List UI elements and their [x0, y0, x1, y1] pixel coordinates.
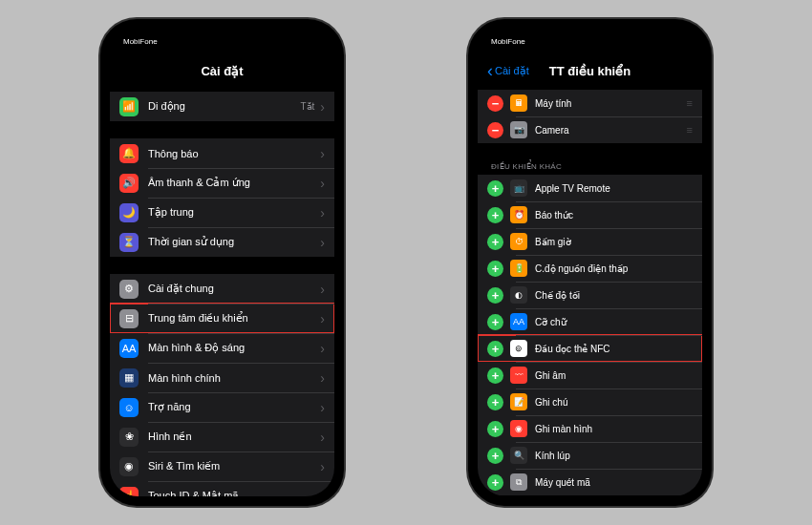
phone-right: MobiFone Cài đặt TT điều khiển −🖩Máy tín… — [468, 19, 712, 506]
row-screen-record-icon: ◉ — [510, 420, 527, 437]
row-code-scanner[interactable]: +⧉Máy quét mã — [478, 469, 702, 495]
row-mobile-label: Di động — [148, 100, 300, 113]
row-alarm-icon: ⏰ — [510, 206, 527, 223]
row-notifications[interactable]: 🔔Thông báo› — [110, 138, 334, 168]
row-siri-icon: ◉ — [119, 457, 139, 476]
row-notes-label: Ghi chú — [535, 397, 693, 408]
add-button[interactable]: + — [487, 180, 503, 197]
add-button[interactable]: + — [487, 287, 503, 304]
row-voice-memo[interactable]: +〰Ghi âm — [478, 362, 702, 388]
row-home-icon: ▦ — [119, 368, 139, 388]
row-camera[interactable]: −📷Camera≡ — [478, 116, 702, 143]
add-button[interactable]: + — [487, 474, 503, 491]
row-accessibility[interactable]: ☺Trợ năng› — [110, 392, 334, 422]
chevron-icon: › — [320, 235, 325, 250]
row-screentime-label: Thời gian sử dụng — [148, 236, 320, 248]
row-nfc-label: Đầu đọc thẻ NFC — [535, 344, 693, 354]
row-display-icon: AA — [119, 339, 139, 358]
row-general[interactable]: ⚙Cài đặt chung› — [110, 274, 334, 304]
row-stopwatch[interactable]: +⏱Bấm giờ — [478, 228, 702, 255]
control-center-list[interactable]: −🖩Máy tính≡−📷Camera≡ĐIỀU KHIỂN KHÁC+📺App… — [478, 88, 702, 496]
row-notes-icon: 📝 — [510, 393, 527, 410]
add-button[interactable]: + — [487, 314, 503, 330]
back-button[interactable]: Cài đặt — [487, 61, 529, 81]
carrier-label: MobiFone — [491, 37, 525, 46]
row-siri[interactable]: ◉Siri & Tìm kiếm› — [110, 452, 334, 481]
add-button[interactable]: + — [487, 421, 503, 437]
chevron-icon: › — [320, 430, 325, 445]
row-apple-tv[interactable]: +📺Apple TV Remote — [478, 175, 702, 201]
chevron-icon: › — [320, 99, 325, 115]
row-code-scanner-icon: ⧉ — [510, 473, 527, 491]
row-magnifier-label: Kính lúp — [535, 451, 693, 461]
row-calculator-label: Máy tính — [535, 98, 687, 109]
row-general-icon: ⚙ — [119, 280, 139, 299]
chevron-icon: › — [320, 459, 325, 474]
add-button[interactable]: + — [487, 448, 503, 464]
row-apple-tv-label: Apple TV Remote — [535, 183, 693, 194]
row-screen-record[interactable]: +◉Ghi màn hình — [478, 415, 702, 442]
row-dark-mode[interactable]: +◐Chế độ tối — [478, 282, 702, 308]
row-mobile-status: Tắt — [300, 101, 314, 112]
row-general-label: Cài đặt chung — [148, 283, 320, 295]
section-header-more: ĐIỀU KHIỂN KHÁC — [478, 158, 702, 175]
notch — [170, 19, 275, 40]
row-focus-icon: 🌙 — [119, 203, 139, 222]
row-magnifier[interactable]: +🔍Kính lúp — [478, 442, 702, 469]
row-wallpaper[interactable]: ❀Hình nền› — [110, 422, 334, 452]
row-alarm[interactable]: +⏰Báo thức — [478, 201, 702, 228]
remove-button[interactable]: − — [487, 95, 503, 112]
add-button[interactable]: + — [487, 341, 503, 357]
add-button[interactable]: + — [487, 368, 503, 384]
drag-handle-icon[interactable]: ≡ — [687, 97, 693, 109]
row-screentime-icon: ⏳ — [119, 233, 139, 252]
row-stopwatch-icon: ⏱ — [510, 233, 527, 250]
add-button[interactable]: + — [487, 261, 503, 277]
row-home[interactable]: ▦Màn hình chính› — [110, 363, 334, 392]
notch — [538, 19, 643, 40]
row-stopwatch-label: Bấm giờ — [535, 237, 693, 247]
row-notifications-icon: 🔔 — [119, 144, 139, 163]
row-text-size-icon: AA — [510, 313, 527, 330]
row-alarm-label: Báo thức — [535, 210, 693, 220]
row-text-size-label: Cỡ chữ — [535, 317, 693, 327]
drag-handle-icon[interactable]: ≡ — [687, 124, 693, 136]
row-screen-record-label: Ghi màn hình — [535, 424, 693, 434]
add-button[interactable]: + — [487, 207, 503, 223]
row-magnifier-icon: 🔍 — [510, 447, 527, 464]
row-control-center[interactable]: ⊟Trung tâm điều khiển› — [110, 304, 334, 333]
chevron-icon: › — [320, 146, 325, 161]
row-nfc-icon: ⊚ — [510, 340, 527, 357]
nav-bar: Cài đặt — [110, 53, 334, 88]
add-button[interactable]: + — [487, 234, 503, 250]
row-notes[interactable]: +📝Ghi chú — [478, 388, 702, 415]
settings-list[interactable]: 📶Di độngTắt›🔔Thông báo›🔊Âm thanh & Cảm ứ… — [110, 88, 334, 496]
row-voice-memo-label: Ghi âm — [535, 370, 693, 381]
page-title: TT điều khiển — [549, 64, 630, 78]
chevron-icon: › — [320, 176, 325, 191]
screen-control-center: MobiFone Cài đặt TT điều khiển −🖩Máy tín… — [478, 29, 702, 496]
row-mobile[interactable]: 📶Di độngTắt› — [110, 92, 334, 121]
row-voice-memo-icon: 〰 — [510, 367, 527, 384]
add-button[interactable]: + — [487, 394, 503, 410]
row-focus-label: Tập trung — [148, 206, 320, 219]
row-display[interactable]: AAMàn hình & Độ sáng› — [110, 333, 334, 363]
row-nfc[interactable]: +⊚Đầu đọc thẻ NFC — [478, 335, 702, 362]
row-low-power-icon: 🔋 — [510, 260, 527, 277]
row-control-center-label: Trung tâm điều khiển — [148, 312, 320, 325]
chevron-icon: › — [320, 400, 325, 415]
row-focus[interactable]: 🌙Tập trung› — [110, 198, 334, 227]
row-touchid[interactable]: ☝Touch ID & Mật mã› — [110, 481, 334, 496]
row-screentime[interactable]: ⏳Thời gian sử dụng› — [110, 227, 334, 257]
row-calculator[interactable]: −🖩Máy tính≡ — [478, 90, 702, 116]
row-low-power[interactable]: +🔋C.độ nguồn điện thấp — [478, 255, 702, 282]
remove-button[interactable]: − — [487, 122, 503, 138]
row-text-size[interactable]: +AACỡ chữ — [478, 308, 702, 335]
phone-left: MobiFone Cài đặt 📶Di độngTắt›🔔Thông báo›… — [100, 19, 344, 506]
row-sounds[interactable]: 🔊Âm thanh & Cảm ứng› — [110, 168, 334, 198]
row-low-power-label: C.độ nguồn điện thấp — [535, 263, 693, 274]
screen-settings: MobiFone Cài đặt 📶Di độngTắt›🔔Thông báo›… — [110, 29, 334, 496]
row-apple-tv-icon: 📺 — [510, 179, 527, 197]
carrier-label: MobiFone — [123, 37, 158, 46]
row-control-center-icon: ⊟ — [119, 309, 139, 328]
